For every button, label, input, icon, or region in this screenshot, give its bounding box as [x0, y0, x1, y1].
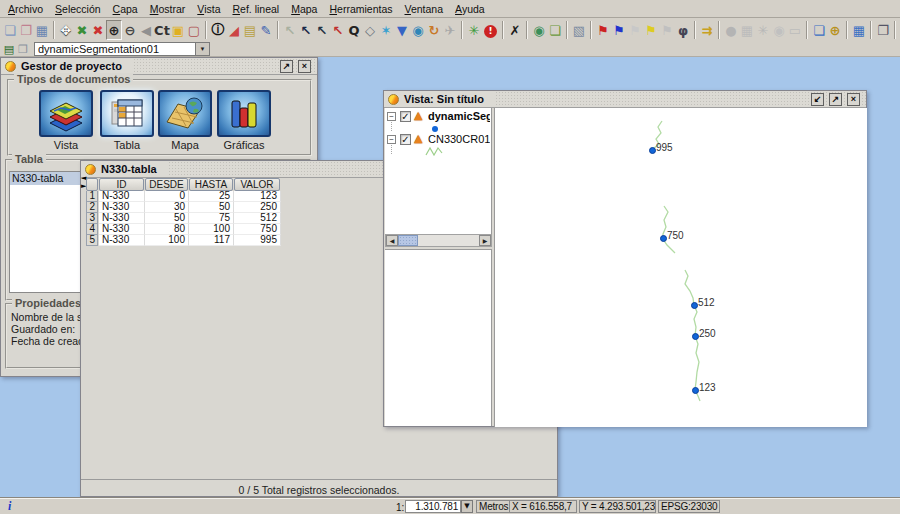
select-rectangle-icon[interactable]: ↖	[298, 20, 314, 40]
view-window-titlebar[interactable]: Vista: Sin título ↙ ↗ ×	[384, 91, 866, 108]
segmentation-combo[interactable]: dynamicSegmentation01 ▼	[34, 42, 210, 56]
select-circle-icon[interactable]: ↖	[314, 20, 330, 40]
scroll-left-button[interactable]: ◀	[386, 235, 398, 246]
segmentation-layers-icon[interactable]: ▤	[2, 42, 16, 56]
row-number[interactable]: 5	[86, 235, 98, 246]
menu-archivo[interactable]: Archivo	[2, 1, 49, 17]
expand-toggle[interactable]: −	[387, 112, 396, 121]
menu-seleccin[interactable]: Selección	[49, 1, 107, 17]
gear-disabled-icon[interactable]: ✳	[755, 20, 771, 40]
maximize-button[interactable]: ↗	[829, 93, 842, 106]
vertex-diamond-icon[interactable]: ◇	[362, 20, 378, 40]
column-header[interactable]: DESDE	[145, 178, 188, 191]
scroll-thumb[interactable]	[398, 235, 418, 246]
cell[interactable]: 123	[234, 191, 281, 202]
zoom-all-red-icon[interactable]: ✖	[90, 20, 106, 40]
cell[interactable]: 250	[234, 202, 281, 213]
cell[interactable]: 30	[145, 202, 189, 213]
doc-type-graficas-button[interactable]	[217, 90, 271, 137]
row-number[interactable]: 2	[86, 202, 98, 213]
save-project-icon[interactable]: ▦	[34, 20, 50, 40]
zoom-selection-icon[interactable]: Ct	[154, 20, 170, 40]
doc-type-vista-button[interactable]	[39, 90, 93, 137]
color-brush-icon[interactable]: ✶	[378, 20, 394, 40]
add-document-icon[interactable]: ❏	[547, 20, 563, 40]
feather-edit-icon[interactable]: ✎	[258, 20, 274, 40]
pencils-yellow-icon[interactable]: ⇉	[699, 20, 715, 40]
frame-export-icon[interactable]: ▢	[186, 20, 202, 40]
cell[interactable]: 0	[145, 191, 189, 202]
new-document-icon[interactable]: ❏	[2, 20, 18, 40]
map-canvas[interactable]: 995750512250123	[494, 108, 867, 427]
zoom-all-green-icon[interactable]: ✖	[74, 20, 90, 40]
cell[interactable]: 25	[189, 191, 234, 202]
cell[interactable]: N-330	[99, 213, 145, 224]
dove-gray-icon[interactable]: ✈	[442, 20, 458, 40]
menu-reflineal[interactable]: Ref. lineal	[226, 1, 285, 17]
combo-dropdown-button[interactable]: ▼	[195, 43, 209, 55]
zoom-out-icon[interactable]: ⊖	[122, 20, 138, 40]
sphere-disabled-icon[interactable]: ●	[723, 20, 739, 40]
measure-distance-icon[interactable]: ▤	[242, 20, 258, 40]
pin-blue-icon[interactable]: ⚑	[611, 20, 627, 40]
pin-red-icon[interactable]: ⚑	[595, 20, 611, 40]
column-header[interactable]: ID	[99, 178, 144, 191]
menu-ventana[interactable]: Ventana	[399, 1, 450, 17]
toc-hscrollbar[interactable]: ◀ ▶	[385, 234, 492, 247]
column-header[interactable]: HASTA	[189, 178, 233, 191]
cell[interactable]: 80	[145, 224, 189, 235]
select-red-icon[interactable]: ↖	[330, 20, 346, 40]
layer-checkbox[interactable]: ✓	[400, 111, 411, 122]
table-tool-icon[interactable]: ▦	[851, 20, 867, 40]
iconify-button[interactable]: ↙	[811, 93, 824, 106]
globe-disabled-icon[interactable]: ◉	[771, 20, 787, 40]
scale-combo[interactable]: 1.310.781	[405, 500, 461, 513]
image-disabled-icon[interactable]: ▭	[787, 20, 803, 40]
row-number[interactable]: 3	[86, 213, 98, 224]
edit-extent-icon[interactable]: ▧	[571, 20, 587, 40]
cell[interactable]: 512	[234, 213, 281, 224]
cell[interactable]: 100	[145, 235, 189, 246]
pan-tool-icon[interactable]: ✥	[58, 20, 74, 40]
menu-mapa[interactable]: Mapa	[285, 1, 323, 17]
doc-type-tabla-button[interactable]	[100, 90, 154, 137]
cell[interactable]: N-330	[99, 202, 145, 213]
color-squares-icon[interactable]: ▣	[170, 20, 186, 40]
add-layer-globe-icon[interactable]: ◉	[531, 20, 547, 40]
scroll-track[interactable]	[418, 235, 479, 246]
cell[interactable]: 50	[145, 213, 189, 224]
menu-mostrar[interactable]: Mostrar	[144, 1, 192, 17]
cell[interactable]: 75	[189, 213, 234, 224]
zoom-yellow-icon[interactable]: ⊕	[827, 20, 843, 40]
scroll-right-button[interactable]: ▶	[479, 235, 491, 246]
cell[interactable]: N-330	[99, 191, 145, 202]
doc-type-mapa-button[interactable]	[158, 90, 212, 137]
layer-checkbox[interactable]: ✓	[400, 134, 411, 145]
zoom-in-icon[interactable]: ⊕	[106, 20, 122, 40]
globe-tool-icon[interactable]: ◉	[410, 20, 426, 40]
cell[interactable]: N-330	[99, 235, 145, 246]
menu-herramientas[interactable]: Herramientas	[323, 1, 398, 17]
tools-config-icon[interactable]: ✗	[507, 20, 523, 40]
edit-card-icon[interactable]: ❐	[16, 42, 30, 56]
zoom-previous-icon[interactable]: ◀	[138, 20, 154, 40]
pin-gray-icon[interactable]: ⚑	[659, 20, 675, 40]
layer-name[interactable]: CN330CR01	[428, 133, 490, 145]
scale-dropdown-button[interactable]: ▼	[461, 500, 473, 513]
menu-ayuda[interactable]: Ayuda	[449, 1, 491, 17]
clear-lasso-icon[interactable]: φ	[675, 20, 691, 40]
copy-table-icon[interactable]: ❐	[875, 20, 891, 40]
measure-area-icon[interactable]: ◢	[226, 20, 242, 40]
reload-orange-icon[interactable]: ↻	[426, 20, 442, 40]
cell[interactable]: 50	[189, 202, 234, 213]
menu-vista[interactable]: Vista	[191, 1, 226, 17]
row-number[interactable]: 4	[86, 224, 98, 235]
cell[interactable]: N-330	[99, 224, 145, 235]
info-tool-icon[interactable]: ⓘ	[210, 20, 226, 40]
filter-funnel-icon[interactable]: ▼	[394, 20, 410, 40]
cell[interactable]: 117	[189, 235, 234, 246]
close-button[interactable]: ×	[298, 60, 311, 73]
layer-name[interactable]: dynamicSegmentation01	[428, 110, 490, 122]
cell[interactable]: 750	[234, 224, 281, 235]
column-header[interactable]: VALOR	[234, 178, 280, 191]
